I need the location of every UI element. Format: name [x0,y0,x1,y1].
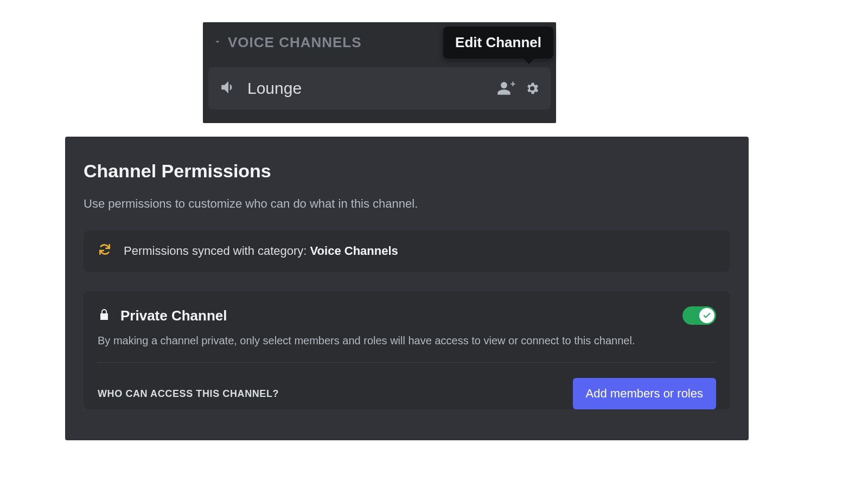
access-row: WHO CAN ACCESS THIS CHANNEL? Add members… [98,363,716,409]
sync-icon [98,242,112,260]
add-members-or-roles-button[interactable]: Add members or roles [573,378,716,409]
sync-text: Permissions synced with category: Voice … [124,244,398,258]
toggle-knob [699,308,714,323]
channel-name: Lounge [247,79,487,98]
voice-channel-row[interactable]: Lounge + [208,67,551,110]
plus-badge-icon: + [510,79,515,89]
page-title: Channel Permissions [84,160,730,182]
private-channel-title: Private Channel [120,307,673,324]
channel-permissions-panel: Channel Permissions Use permissions to c… [65,137,749,440]
private-channel-description: By making a channel private, only select… [98,335,716,363]
lock-icon [98,307,111,324]
edit-channel-icon[interactable] [525,81,540,96]
sync-text-prefix: Permissions synced with category: [124,244,310,258]
category-label: VOICE CHANNELS [228,34,362,51]
access-heading: WHO CAN ACCESS THIS CHANNEL? [98,388,573,400]
sync-category-name: Voice Channels [310,244,398,258]
private-channel-card: Private Channel By making a channel priv… [84,291,730,409]
channel-list-panel: VOICE CHANNELS Edit Channel Lounge + [203,22,556,123]
permissions-sync-banner[interactable]: Permissions synced with category: Voice … [84,230,730,272]
create-invite-icon[interactable]: + [496,81,512,96]
private-channel-toggle[interactable] [682,306,716,325]
page-description: Use permissions to customize who can do … [84,197,730,211]
tooltip-text: Edit Channel [455,34,541,50]
chevron-down-icon [213,37,222,49]
speaker-icon [219,78,238,99]
edit-channel-tooltip: Edit Channel [443,27,553,59]
